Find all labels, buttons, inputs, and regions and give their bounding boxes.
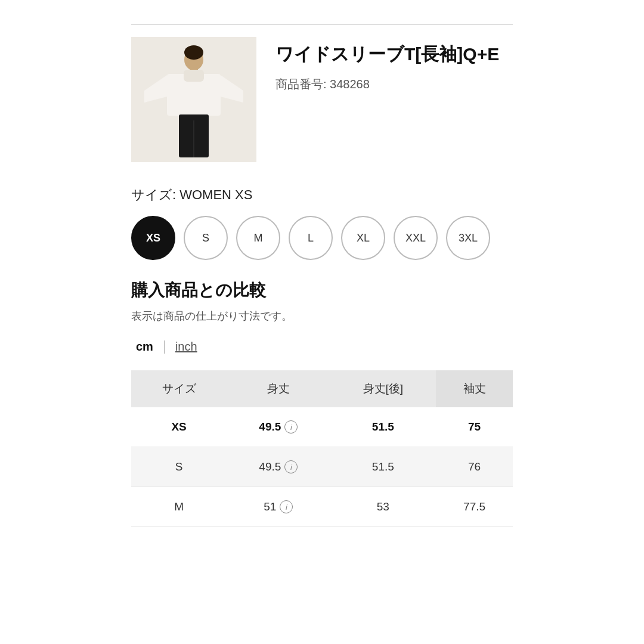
size-section: サイズ: WOMEN XS XS S M L XL XXL 3XL xyxy=(131,186,513,260)
cell-body-front-s: 49.5 i xyxy=(227,447,330,487)
size-btn-s[interactable]: S xyxy=(184,216,228,260)
size-buttons: XS S M L XL XXL 3XL xyxy=(131,216,513,260)
comparison-title: 購入商品との比較 xyxy=(131,279,513,302)
table-body: XS 49.5 i 51.5 75 S 49.5 i xyxy=(131,407,513,527)
col-header-body-front: 身丈 xyxy=(227,370,330,407)
svg-rect-7 xyxy=(184,70,204,82)
cell-sleeve-s: 76 xyxy=(436,447,513,487)
size-btn-m[interactable]: M xyxy=(236,216,280,260)
size-btn-3xl[interactable]: 3XL xyxy=(446,216,490,260)
unit-inch-button[interactable]: inch xyxy=(171,338,202,356)
product-image-container xyxy=(131,37,256,162)
table-row: S 49.5 i 51.5 76 xyxy=(131,447,513,487)
cell-body-front-m: 51 i xyxy=(227,487,330,527)
size-label: サイズ: WOMEN XS xyxy=(131,186,513,204)
svg-point-2 xyxy=(184,45,203,60)
value-body-front-xs: 49.5 xyxy=(259,420,281,434)
unit-toggle: cm inch xyxy=(131,338,513,356)
size-btn-l[interactable]: L xyxy=(289,216,333,260)
cell-body-front-xs: 49.5 i xyxy=(227,407,330,447)
value-body-front-m: 51 xyxy=(264,500,276,513)
product-number: 商品番号: 348268 xyxy=(275,76,499,92)
product-info: ワイドスリーブT[長袖]Q+E 商品番号: 348268 xyxy=(275,37,499,92)
comparison-section: 購入商品との比較 表示は商品の仕上がり寸法です。 cm inch サイズ 身丈 … xyxy=(131,279,513,527)
cell-size-m: M xyxy=(131,487,227,527)
cell-size-s: S xyxy=(131,447,227,487)
size-btn-xl[interactable]: XL xyxy=(341,216,385,260)
unit-divider xyxy=(164,340,165,354)
comparison-subtitle: 表示は商品の仕上がり寸法です。 xyxy=(131,309,513,323)
col-header-body-back: 身丈[後] xyxy=(330,370,436,407)
cell-size-xs: XS xyxy=(131,407,227,447)
cell-body-back-xs: 51.5 xyxy=(330,407,436,447)
cell-sleeve-xs: 75 xyxy=(436,407,513,447)
info-icon-xs[interactable]: i xyxy=(284,420,298,434)
table-header-row: サイズ 身丈 身丈[後] 袖丈 xyxy=(131,370,513,407)
info-icon-m[interactable]: i xyxy=(280,500,293,513)
size-table: サイズ 身丈 身丈[後] 袖丈 XS 49.5 i 51.5 75 xyxy=(131,370,513,527)
cell-body-back-s: 51.5 xyxy=(330,447,436,487)
value-body-front-s: 49.5 xyxy=(259,460,281,473)
col-header-size: サイズ xyxy=(131,370,227,407)
product-image xyxy=(131,37,256,162)
cell-sleeve-m: 77.5 xyxy=(436,487,513,527)
product-header: ワイドスリーブT[長袖]Q+E 商品番号: 348268 xyxy=(131,25,513,162)
product-title: ワイドスリーブT[長袖]Q+E xyxy=(275,42,499,67)
table-header: サイズ 身丈 身丈[後] 袖丈 xyxy=(131,370,513,407)
col-header-sleeve: 袖丈 xyxy=(436,370,513,407)
unit-cm-button[interactable]: cm xyxy=(131,338,158,356)
info-icon-s[interactable]: i xyxy=(284,460,298,473)
cell-body-back-m: 53 xyxy=(330,487,436,527)
table-row: XS 49.5 i 51.5 75 xyxy=(131,407,513,447)
size-btn-xxl[interactable]: XXL xyxy=(394,216,438,260)
table-row: M 51 i 53 77.5 xyxy=(131,487,513,527)
size-btn-xs[interactable]: XS xyxy=(131,216,175,260)
